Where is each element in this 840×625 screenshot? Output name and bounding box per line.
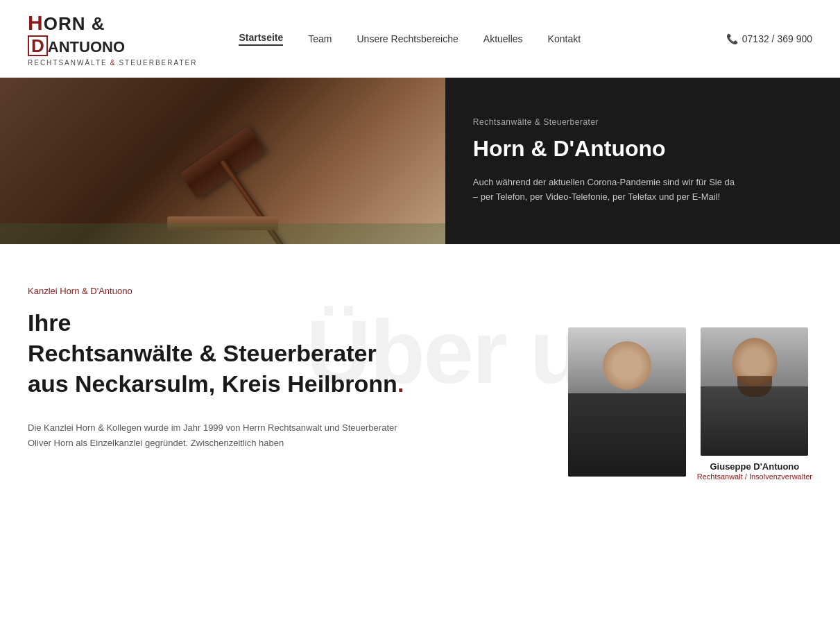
logo-letter-h: H [28, 11, 44, 34]
giuseppe-name: Giuseppe D'Antuono [710, 461, 799, 472]
gavel-illustration [153, 133, 292, 230]
phone-icon: 📞 [726, 33, 738, 44]
heading-dot: . [397, 370, 404, 397]
photo-oliver [568, 327, 686, 477]
kanzlei-label: Kanzlei Horn & D'Antuono [28, 286, 812, 296]
beard-detail [737, 376, 772, 397]
hero-description: Auch während der aktuellen Corona-Pandem… [473, 175, 737, 205]
heading-line1: Ihre [28, 309, 71, 336]
team-card-giuseppe: Giuseppe D'Antuono Rechtsanwalt / Insolv… [697, 327, 812, 482]
logo-name-top: HORN & [28, 11, 197, 34]
nav-aktuelles[interactable]: Aktuelles [483, 33, 523, 44]
phone-number: 07132 / 369 900 [742, 33, 812, 44]
giuseppe-role: Rechtsanwalt / Insolvenzverwalter [697, 472, 812, 482]
hero-title: Horn & D'Antuono [473, 135, 812, 162]
photo-giuseppe [701, 327, 808, 456]
hero-content: Rechtsanwälte & Steuerberater Horn & D'A… [445, 78, 840, 244]
logo-tagline-amp: & [110, 59, 117, 67]
hero-image [0, 78, 445, 244]
main-nav: Startseite Team Unsere Rechtsbereiche Ak… [239, 32, 726, 46]
hero-subtitle: Rechtsanwälte & Steuerberater [473, 117, 812, 127]
nav-startseite[interactable]: Startseite [239, 32, 283, 46]
logo-name-bottom: DANTUONO [28, 35, 197, 56]
logo-letter-d: D [28, 35, 48, 56]
about-section: Über uns Kanzlei Horn & D'Antuono Ihre R… [0, 244, 840, 522]
hero-section: Rechtsanwälte & Steuerberater Horn & D'A… [0, 78, 840, 244]
nav-kontakt[interactable]: Kontakt [548, 33, 581, 44]
team-card-oliver [568, 327, 686, 482]
nav-team[interactable]: Team [308, 33, 332, 44]
team-photos: Giuseppe D'Antuono Rechtsanwalt / Insolv… [568, 327, 812, 482]
about-heading: Ihre Rechtsanwälte & Steuerberater aus N… [28, 307, 430, 400]
nav-rechtsbereiche[interactable]: Unsere Rechtsbereiche [357, 33, 458, 44]
logo[interactable]: HORN & DANTUONO RECHTSANWÄLTE & STEUERBE… [28, 11, 197, 67]
heading-line2: Rechtsanwälte & Steuerberater [28, 340, 377, 366]
logo-tagline: RECHTSANWÄLTE & STEUERBERATER [28, 59, 197, 67]
green-accent [0, 223, 445, 244]
heading-line3: aus Neckarsulm, Kreis Heilbronn. [28, 370, 404, 397]
about-body-text: Die Kanzlei Horn & Kollegen wurde im Jah… [28, 420, 402, 451]
site-header: HORN & DANTUONO RECHTSANWÄLTE & STEUERBE… [0, 0, 840, 78]
phone-display[interactable]: 📞 07132 / 369 900 [726, 33, 812, 44]
